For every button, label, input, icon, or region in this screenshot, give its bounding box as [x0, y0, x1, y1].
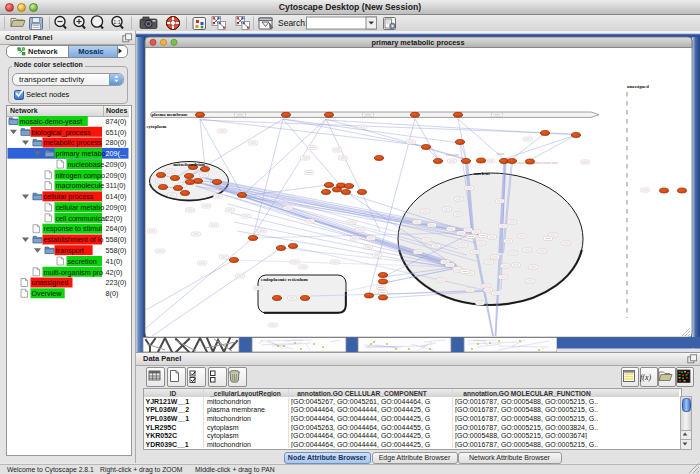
svg-text:209(0): 209(0): [106, 203, 127, 212]
svg-text:xxxxx xxxxx xxxxx xxxxxx xxxx: xxxxx xxxxx xxxxx xxxxxx xxxx: [517, 161, 558, 165]
svg-text:209(0): 209(0): [106, 160, 127, 169]
svg-text:xxxx xxxx: xxxx xxxx: [446, 153, 459, 157]
svg-text:transport: transport: [56, 246, 84, 255]
svg-text:cellular metabo: cellular metabo: [56, 203, 105, 212]
svg-text:209(0): 209(0): [106, 171, 127, 180]
svg-text:establishment of lo: establishment of lo: [44, 235, 104, 244]
svg-text:874(0): 874(0): [106, 117, 127, 126]
svg-text:8(0): 8(0): [106, 289, 119, 298]
svg-text:cellular process: cellular process: [44, 192, 94, 201]
svg-text:614(0): 614(0): [106, 192, 127, 201]
svg-text:Search:: Search:: [278, 18, 307, 28]
svg-text:nucleobase-: nucleobase-: [68, 160, 108, 169]
svg-text:nucleus: nucleus: [474, 171, 490, 176]
svg-text:f(x): f(x): [640, 373, 651, 382]
svg-text:651(0): 651(0): [106, 128, 127, 137]
svg-text:xxxxx: xxxxx: [497, 152, 505, 156]
svg-text:558(0): 558(0): [106, 235, 127, 244]
svg-text:nitrogen compo: nitrogen compo: [56, 171, 106, 180]
svg-text:41(0): 41(0): [106, 257, 123, 266]
svg-text:mitochondrion: mitochondrion: [173, 162, 205, 167]
svg-text:primary metabo: primary metabo: [56, 149, 106, 158]
svg-text:264(0): 264(0): [106, 224, 127, 233]
svg-text:endoplasmic reticulum: endoplasmic reticulum: [261, 277, 308, 282]
svg-text:cell communicat: cell communicat: [56, 214, 108, 223]
svg-text:280(0): 280(0): [106, 138, 127, 147]
svg-text:response to stimul: response to stimul: [44, 224, 103, 233]
svg-text:mosaic-demo-yeast: mosaic-demo-yeast: [20, 117, 83, 126]
svg-text:209(...: 209(...: [106, 149, 126, 158]
svg-text:unassigned: unassigned: [32, 278, 69, 287]
svg-text:multi-organism pro: multi-organism pro: [44, 268, 104, 277]
svg-text:Overview: Overview: [32, 289, 63, 298]
svg-text:plasma membrane: plasma membrane: [152, 112, 188, 117]
svg-text:cytoplasm: cytoplasm: [147, 124, 167, 129]
svg-text:primary metabolic process: primary metabolic process: [372, 38, 465, 47]
svg-text:223(0): 223(0): [106, 278, 127, 287]
svg-text:22(0): 22(0): [106, 214, 123, 223]
svg-text:metabolic process: metabolic process: [44, 138, 102, 147]
svg-text:biological_process: biological_process: [32, 128, 92, 137]
svg-text:secretion: secretion: [68, 257, 97, 266]
svg-text:macromolecule: macromolecule: [56, 181, 105, 190]
svg-text:311(0): 311(0): [106, 181, 126, 190]
svg-text:unassigned: unassigned: [627, 84, 649, 89]
svg-text:42(0): 42(0): [106, 268, 123, 277]
svg-text:558(0): 558(0): [106, 246, 127, 255]
